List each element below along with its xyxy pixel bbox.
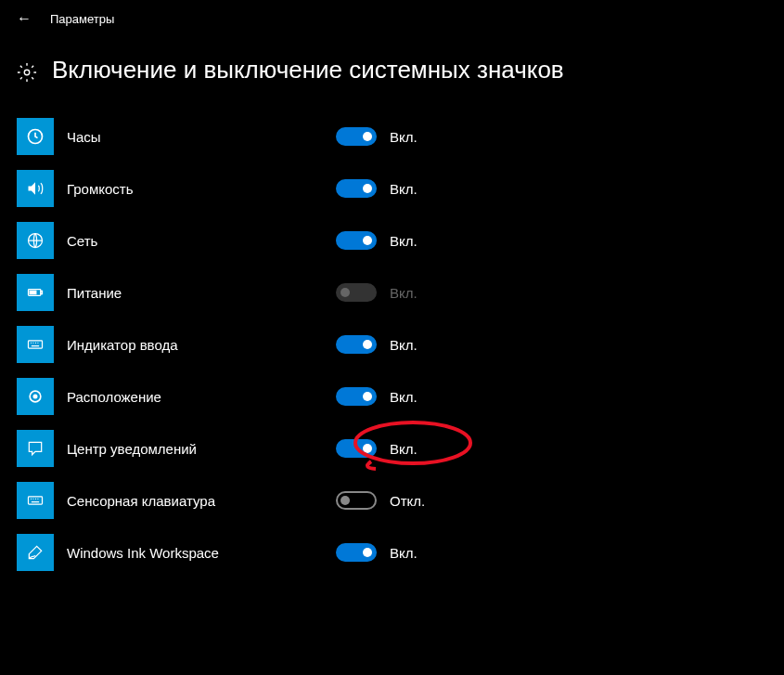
setting-label: Windows Ink Workspace bbox=[67, 545, 336, 561]
notification-icon bbox=[17, 430, 54, 467]
back-button[interactable]: ← bbox=[17, 10, 32, 27]
toggle-location[interactable] bbox=[336, 387, 377, 406]
toggle-touch-keyboard[interactable] bbox=[336, 491, 377, 510]
toggle-state-label: Вкл. bbox=[390, 233, 418, 249]
toggle-network[interactable] bbox=[336, 231, 377, 250]
setting-label: Расположение bbox=[67, 389, 336, 405]
setting-label: Сенсорная клавиатура bbox=[67, 493, 336, 509]
volume-icon bbox=[17, 170, 54, 207]
toggle-clock[interactable] bbox=[336, 127, 377, 146]
setting-label: Индикатор ввода bbox=[67, 337, 336, 353]
toggle-state-label: Вкл. bbox=[390, 181, 418, 197]
header: ← Параметры bbox=[0, 0, 784, 37]
toggle-state-label: Откл. bbox=[390, 493, 425, 509]
toggle-action-center[interactable] bbox=[336, 439, 377, 458]
setting-label: Центр уведомлений bbox=[67, 441, 336, 457]
header-title: Параметры bbox=[50, 12, 114, 26]
setting-row-volume: Громкость Вкл. bbox=[17, 162, 784, 214]
setting-row-windows-ink: Windows Ink Workspace Вкл. bbox=[17, 526, 784, 578]
toggle-volume[interactable] bbox=[336, 179, 377, 198]
toggle-state-label: Вкл. bbox=[390, 337, 418, 353]
gear-icon bbox=[17, 62, 37, 83]
setting-row-power: Питание Вкл. bbox=[17, 266, 784, 318]
toggle-state-label: Вкл. bbox=[390, 285, 418, 301]
setting-row-touch-keyboard: Сенсорная клавиатура Откл. bbox=[17, 474, 784, 526]
svg-rect-6 bbox=[29, 341, 43, 348]
setting-label: Питание bbox=[67, 285, 336, 301]
toggle-state-label: Вкл. bbox=[390, 129, 418, 145]
location-icon bbox=[17, 378, 54, 415]
setting-row-clock: Часы Вкл. bbox=[17, 110, 784, 162]
setting-label: Громкость bbox=[67, 181, 336, 197]
page-title: Включение и выключение системных значков bbox=[52, 56, 564, 84]
svg-point-8 bbox=[33, 395, 36, 397]
setting-label: Часы bbox=[67, 129, 336, 145]
setting-row-input-indicator: Индикатор ввода Вкл. bbox=[17, 318, 784, 370]
svg-rect-4 bbox=[41, 291, 43, 293]
toggle-state-label: Вкл. bbox=[390, 545, 418, 561]
setting-row-location: Расположение Вкл. bbox=[17, 370, 784, 422]
toggle-windows-ink[interactable] bbox=[336, 543, 377, 562]
svg-rect-10 bbox=[29, 497, 43, 504]
svg-rect-5 bbox=[30, 291, 36, 293]
toggle-input-indicator[interactable] bbox=[336, 335, 377, 354]
clock-icon bbox=[17, 118, 54, 155]
toggle-state-label: Вкл. bbox=[390, 389, 418, 405]
page-title-row: Включение и выключение системных значков bbox=[0, 37, 784, 110]
setting-label: Сеть bbox=[67, 233, 336, 249]
power-icon bbox=[17, 274, 54, 311]
keyboard-icon bbox=[17, 326, 54, 363]
setting-row-action-center: Центр уведомлений Вкл. bbox=[17, 422, 784, 474]
toggle-state-label: Вкл. bbox=[390, 441, 418, 457]
network-icon bbox=[17, 222, 54, 259]
pen-icon bbox=[17, 534, 54, 571]
settings-list: Часы Вкл. Громкость Вкл. Сеть Вкл. Питан… bbox=[0, 110, 784, 578]
setting-row-network: Сеть Вкл. bbox=[17, 214, 784, 266]
svg-point-0 bbox=[24, 70, 30, 75]
toggle-power bbox=[336, 283, 377, 302]
keyboard-icon bbox=[17, 482, 54, 519]
